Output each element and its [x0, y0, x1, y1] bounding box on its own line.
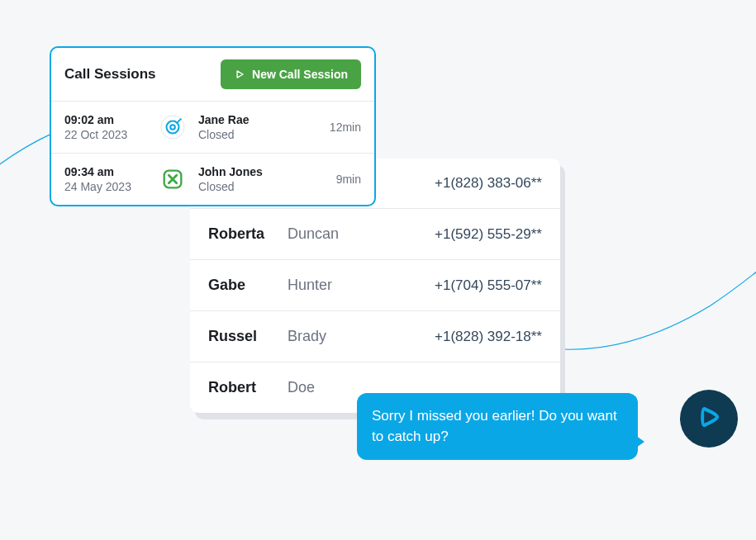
contact-phone: +1(828) 383-06** [435, 175, 542, 192]
session-time: 09:02 am [64, 113, 147, 126]
session-person: John Jones Closed [198, 165, 311, 193]
contact-last-name: Hunter [288, 277, 421, 294]
message-bubble: Sorry I missed you earlier! Do you want … [357, 393, 638, 460]
new-call-session-label: New Call Session [252, 68, 348, 81]
session-date: 24 May 2023 [64, 180, 147, 193]
session-date: 22 Oct 2023 [64, 128, 147, 141]
contact-row[interactable]: Roberta Duncan +1(592) 555-29** [190, 209, 560, 260]
contact-phone: +1(592) 555-29** [435, 226, 542, 243]
call-sessions-card: Call Sessions New Call Session 09:02 am … [50, 46, 376, 206]
session-name: John Jones [198, 165, 311, 178]
call-sessions-header: Call Sessions New Call Session [51, 48, 374, 102]
contact-phone: +1(828) 392-18** [435, 329, 542, 345]
message-text: Sorry I missed you earlier! Do you want … [372, 408, 617, 444]
contact-row[interactable]: Gabe Hunter +1(704) 555-07** [190, 260, 560, 311]
play-icon [692, 400, 725, 437]
play-badge[interactable] [680, 390, 738, 448]
session-duration: 12min [323, 121, 361, 134]
target-icon [159, 113, 187, 141]
session-status: Closed [198, 180, 311, 193]
session-name: Jane Rae [198, 113, 311, 126]
play-icon [234, 69, 245, 80]
contact-first-name: Russel [208, 328, 274, 345]
session-datetime: 09:02 am 22 Oct 2023 [64, 113, 147, 141]
contact-last-name: Brady [288, 328, 421, 345]
session-datetime: 09:34 am 24 May 2023 [64, 165, 147, 193]
x-box-icon [159, 165, 187, 193]
session-row[interactable]: 09:34 am 24 May 2023 John Jones Closed 9… [51, 154, 374, 205]
session-person: Jane Rae Closed [198, 113, 311, 141]
session-row[interactable]: 09:02 am 22 Oct 2023 Jane Rae Closed 12m… [51, 102, 374, 154]
contact-row[interactable]: Russel Brady +1(828) 392-18** [190, 311, 560, 362]
contact-first-name: Roberta [208, 225, 274, 243]
contact-last-name: Duncan [288, 225, 421, 243]
session-status: Closed [198, 128, 311, 141]
session-duration: 9min [323, 173, 361, 186]
contact-first-name: Robert [208, 379, 274, 396]
new-call-session-button[interactable]: New Call Session [221, 59, 361, 89]
call-sessions-title: Call Sessions [64, 66, 156, 83]
contact-phone: +1(704) 555-07** [435, 277, 542, 294]
contact-first-name: Gabe [208, 277, 274, 294]
session-time: 09:34 am [64, 165, 147, 178]
